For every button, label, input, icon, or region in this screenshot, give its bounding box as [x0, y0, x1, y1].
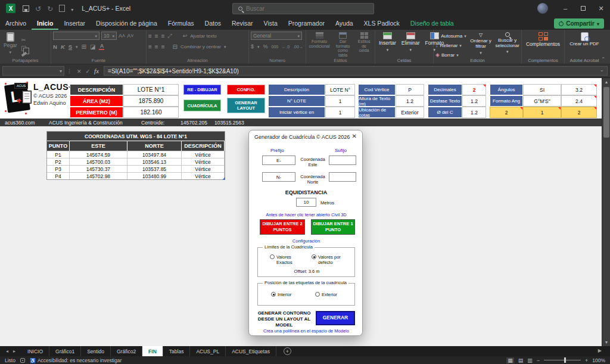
cut-icon[interactable]	[21, 33, 27, 44]
scroll-down-icon[interactable]: ▼	[602, 338, 610, 346]
tab-scroll-right-icon[interactable]: ▸	[13, 349, 15, 354]
param-value[interactable]: 1.2	[462, 95, 486, 107]
sufijo-este-input[interactable]	[329, 155, 356, 165]
collapse-ribbon-icon[interactable]	[601, 57, 605, 62]
sufijo-norte-input[interactable]	[329, 172, 356, 182]
tab-diseno-de-tabla[interactable]: Diseño de tabla	[405, 20, 459, 30]
merge-center-icon[interactable]	[173, 43, 178, 50]
sheet-tab-acus-etiquetas[interactable]: ACUS_Etiquetas	[226, 346, 276, 356]
sheet-area[interactable]: L ACUS + L_ACUS+ © ACUS 2026 Edwin Aquin…	[0, 78, 610, 346]
undo-icon[interactable]	[35, 3, 41, 14]
avatar[interactable]	[537, 3, 548, 14]
table-resize-handle[interactable]	[222, 177, 225, 180]
generar-button[interactable]: GENERAR	[316, 311, 355, 325]
cell-styles-button[interactable]: Estilos de celda	[355, 32, 373, 58]
interior-radio[interactable]: Interior	[271, 292, 291, 297]
number-format-select[interactable]: General	[251, 32, 302, 40]
redibujar-button[interactable]: RE - DIBUJAR	[183, 85, 221, 95]
tab-inicio[interactable]: Inicio	[32, 20, 58, 30]
font-size-select[interactable]: 10	[101, 32, 117, 40]
tab-ayuda[interactable]: Ayuda	[330, 20, 359, 30]
insert-function-icon[interactable]: fx	[94, 67, 99, 74]
zoom-in-icon[interactable]: +	[585, 357, 588, 363]
param-value[interactable]: G°M'S"	[523, 95, 561, 107]
sheet-tab-grafico2[interactable]: Gráfico2	[111, 346, 142, 356]
autosum-button[interactable]: Autosuma	[435, 32, 466, 40]
copy-icon[interactable]	[21, 46, 26, 51]
param-value[interactable]: 1	[325, 95, 355, 107]
search-input[interactable]	[246, 5, 335, 12]
page-layout-view-icon[interactable]: ▤	[518, 357, 524, 363]
align-bottom-icon[interactable]	[161, 33, 165, 39]
macro-record-icon[interactable]	[20, 358, 25, 363]
borders-icon[interactable]	[82, 43, 86, 50]
valores-defecto-radio[interactable]: Valores por defecto	[312, 254, 348, 265]
normal-view-icon[interactable]: ▦	[506, 357, 514, 363]
dibujar-1-punto-button[interactable]: DIBUJAR ENTRE 1 PUNTO	[311, 219, 355, 235]
cuadricula-button[interactable]: CUADRÍCULA	[183, 99, 221, 111]
underline-button[interactable]: S	[69, 43, 72, 50]
param-value[interactable]: 2.4	[561, 95, 597, 107]
param-value[interactable]: LOTE N°	[325, 84, 355, 95]
share-button[interactable]: Compartir	[554, 18, 604, 29]
comma-style-icon[interactable]	[272, 43, 279, 49]
add-sheet-icon[interactable]: +	[284, 347, 291, 355]
align-left-icon[interactable]	[148, 43, 152, 50]
configuracion-link[interactable]: Configuración	[249, 238, 363, 244]
close-icon[interactable]	[352, 133, 357, 139]
param-value[interactable]: 1	[325, 107, 355, 118]
vertical-scrollbar[interactable]: ▲ ▼	[602, 78, 610, 346]
excel-logo-icon[interactable]	[6, 4, 15, 13]
format-painter-icon[interactable]	[21, 52, 27, 57]
prefijo-este-input[interactable]	[262, 155, 295, 165]
enter-icon[interactable]	[86, 68, 91, 74]
param-value[interactable]: 2	[561, 107, 597, 118]
param-value[interactable]: 1.2	[396, 95, 424, 107]
sheet-tab-tablas[interactable]: Tablas	[163, 346, 191, 356]
scroll-up-icon[interactable]: ▲	[602, 78, 610, 86]
table-row[interactable]: P4 145702.98 103480.99 Vértice	[47, 172, 225, 179]
param-value[interactable]: Exterior	[396, 107, 424, 118]
save-icon[interactable]	[23, 5, 29, 12]
fill-button[interactable]: Rellenar	[435, 41, 466, 49]
zoom-out-icon[interactable]: −	[537, 357, 540, 363]
percent-style-icon[interactable]	[263, 43, 268, 49]
orientation-icon[interactable]	[168, 33, 172, 39]
shrink-font-icon[interactable]: A˅	[127, 33, 133, 39]
paste-button[interactable]: Pegar	[2, 32, 19, 55]
font-name-select[interactable]	[53, 32, 99, 40]
align-center-icon[interactable]	[155, 43, 158, 50]
redo-icon[interactable]	[47, 3, 53, 14]
formula-bar-handle[interactable]	[67, 68, 72, 74]
formula-input[interactable]: =SI(A10="";$K$2&$I$4+Sentido!H9-1;$K$2&A…	[104, 66, 608, 76]
hscroll-right-icon[interactable]: ▶	[598, 348, 602, 353]
align-middle-icon[interactable]	[155, 33, 158, 39]
search-box[interactable]	[232, 3, 374, 14]
polilinea-link[interactable]: Crea una polilinea en el espacio de Mode…	[249, 328, 363, 334]
prefijo-norte-input[interactable]	[262, 172, 295, 182]
param-value[interactable]: SI	[523, 84, 561, 95]
italic-button[interactable]: K	[61, 43, 65, 50]
delete-cells-button[interactable]: Eliminar	[400, 32, 422, 53]
create-pdf-button[interactable]: Crear un PDF	[567, 32, 602, 48]
format-as-table-button[interactable]: Dar formato como tabla	[332, 32, 354, 58]
tab-archivo[interactable]: Archivo	[0, 20, 32, 30]
zoom-slider-thumb[interactable]	[564, 357, 566, 363]
close-button[interactable]: ✕	[592, 0, 610, 17]
tab-programador[interactable]: Programador	[283, 20, 330, 30]
wrap-text-label[interactable]: Ajustar texto	[190, 33, 216, 39]
sheet-tab-sentido[interactable]: Sentido	[81, 346, 111, 356]
param-value[interactable]: 2	[490, 107, 523, 118]
align-top-icon[interactable]	[148, 33, 152, 39]
sheet-tab-inicio[interactable]: INICIO	[21, 346, 49, 356]
find-select-button[interactable]: Buscar y seleccionar	[495, 32, 519, 59]
param-value[interactable]: 2	[462, 84, 486, 95]
descripcion-value[interactable]: LOTE N°1	[123, 84, 179, 95]
accessibility-status[interactable]: Accesibilidad: es necesario investigar	[30, 357, 122, 363]
decrease-decimal-icon[interactable]	[293, 43, 303, 49]
tab-xls-padlock[interactable]: XLS Padlock	[359, 20, 405, 30]
customize-qat-icon[interactable]	[71, 3, 73, 14]
wrap-text-icon[interactable]	[183, 33, 188, 39]
param-value[interactable]: 3.2	[561, 84, 597, 95]
tab-datos[interactable]: Datos	[200, 20, 226, 30]
